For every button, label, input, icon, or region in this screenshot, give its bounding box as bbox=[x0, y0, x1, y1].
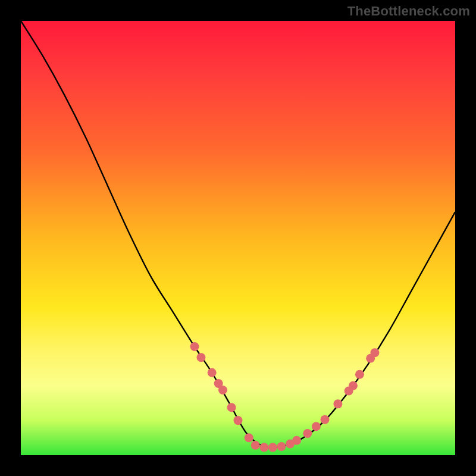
bottleneck-curve bbox=[21, 21, 455, 448]
data-dot bbox=[321, 415, 330, 424]
data-dot bbox=[268, 443, 277, 452]
data-dot bbox=[245, 433, 253, 442]
chart-frame: TheBottleneck.com bbox=[0, 0, 476, 476]
data-dot bbox=[251, 441, 260, 450]
curve-dots bbox=[190, 342, 380, 452]
data-dot bbox=[259, 443, 268, 452]
plot-area bbox=[21, 21, 455, 455]
watermark-text: TheBottleneck.com bbox=[347, 4, 470, 19]
data-dot bbox=[190, 342, 199, 351]
data-dot bbox=[277, 442, 286, 451]
curve-svg bbox=[21, 21, 455, 455]
data-dot bbox=[312, 422, 321, 431]
data-dot bbox=[227, 403, 236, 412]
data-dot bbox=[333, 399, 342, 408]
data-dot bbox=[292, 436, 301, 445]
data-dot bbox=[234, 416, 243, 425]
data-dot bbox=[208, 368, 217, 377]
data-dot bbox=[196, 353, 205, 362]
data-dot bbox=[303, 429, 312, 438]
data-dot bbox=[370, 348, 379, 357]
data-dot bbox=[349, 381, 358, 390]
data-dot bbox=[218, 386, 227, 394]
data-dot bbox=[355, 370, 364, 379]
